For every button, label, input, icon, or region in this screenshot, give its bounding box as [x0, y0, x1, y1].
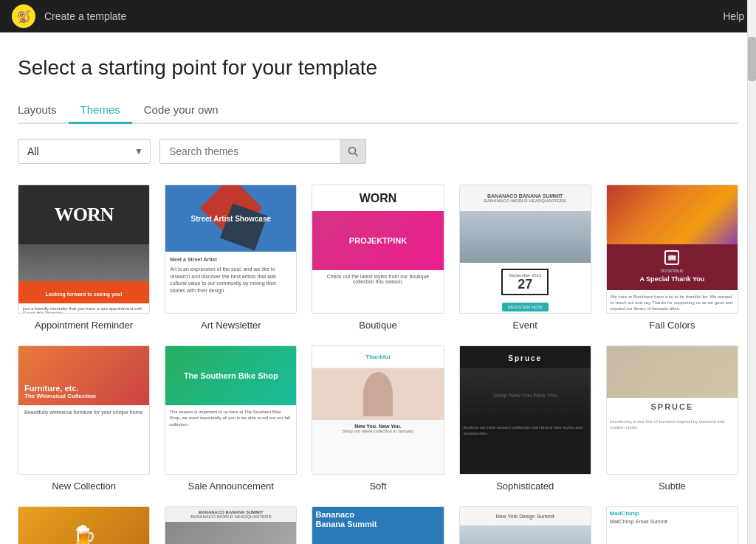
nc-body: Beautifully whimsical furniture for your…: [18, 405, 149, 420]
nyds-image: [460, 526, 591, 544]
template-name-soph: Sophisticated: [496, 481, 554, 492]
event-date-number: 27: [509, 278, 541, 291]
template-preview-sale: The Southern Bike Shop This season is im…: [165, 345, 297, 475]
soph-header: Spruce: [460, 346, 591, 369]
soft-body: New You. New You. Shop our latest collec…: [312, 420, 443, 437]
mc-brand: MailChimp: [610, 510, 735, 517]
nc-brand: Furniture, etc. The Whimsical Collection: [24, 384, 96, 399]
soph-body: Explore our new season collection with b…: [460, 421, 591, 441]
template-card-art[interactable]: Street Artist Showcase Meet a Street Art…: [165, 185, 297, 331]
template-name-subtle: Subtle: [659, 481, 686, 492]
bs-header: BANANACO BANANA SUMMITBANANACO WORLD HEA…: [165, 507, 296, 522]
top-nav: 🐒 Create a template Help: [0, 0, 756, 32]
mailchimp-logo[interactable]: 🐒: [12, 4, 35, 28]
bout-product-name: PROJEKTPINK: [349, 236, 407, 245]
nc-image-top: Furniture, etc. The Whimsical Collection: [18, 346, 149, 405]
nav-title: Create a template: [44, 10, 126, 22]
art-title: Street Artist Showcase: [191, 215, 272, 223]
fall-brand-name: bookhaus: [613, 268, 732, 273]
template-grid: WORN Looking forward to seeing you! just…: [18, 185, 738, 492]
event-header-text: BANANACO BANANA SUMMIT BANANACO WORLD HE…: [484, 193, 566, 203]
search-input[interactable]: [159, 139, 366, 164]
bout-image: PROJEKTPINK: [312, 211, 443, 270]
event-date-area: September 2013 27: [460, 263, 591, 301]
nyds-header: New York Design Summit: [460, 507, 591, 526]
filter-row: All Basic Business Holiday Seasonal ▼: [18, 139, 738, 164]
bout-body: Check out the latest styles from our bou…: [312, 270, 443, 288]
template-card-soph[interactable]: Spruce Shop New You New You Explore our …: [459, 345, 591, 492]
template-card-subtle[interactable]: SPRUCE Introducing a new line of furnitu…: [606, 345, 738, 492]
art-subtitle: Meet a Street Artist: [170, 256, 292, 264]
template-name-art: Art Newsletter: [201, 320, 261, 331]
template-preview-art: Street Artist Showcase Meet a Street Art…: [165, 185, 297, 314]
template-name-boutique: Boutique: [359, 320, 396, 331]
appt-tagline: Looking forward to seeing you!: [45, 292, 122, 297]
template-card-boutique[interactable]: WORN PROJEKTPINK Check out the latest st…: [312, 185, 444, 331]
fall-title-text: A Special Thank You: [613, 275, 732, 284]
b2-title: Bananaco Banana Summit: [312, 507, 443, 532]
soph-image: Shop New You New You: [460, 369, 591, 421]
help-link[interactable]: Help: [723, 10, 744, 22]
template-card-banana1[interactable]: BANANACO BANANA SUMMITBANANACO WORLD HEA…: [165, 506, 297, 544]
subtle-card: SPRUCE: [607, 398, 738, 416]
beer-icon: 🍺: [71, 524, 97, 545]
search-wrapper: [159, 139, 366, 164]
search-button[interactable]: [340, 139, 366, 164]
appt-logo-text: WORN: [55, 204, 114, 226]
fall-brand-logo: 📖: [664, 250, 679, 265]
template-preview-boutique: WORN PROJEKTPINK Check out the latest st…: [312, 185, 444, 314]
template-preview-banana2: Bananaco Banana Summit: [312, 506, 444, 544]
sale-body: This season is important to us here at T…: [165, 405, 296, 431]
art-body: Meet a Street Artist Art is an expressio…: [165, 252, 296, 299]
tab-code-your-own[interactable]: Code your own: [132, 97, 230, 124]
bout-header: WORN: [312, 185, 443, 211]
nav-left: 🐒 Create a template: [12, 4, 126, 28]
art-text: Art is an expression of the soul, and we…: [170, 266, 292, 295]
art-header: Street Artist Showcase: [165, 185, 296, 252]
template-card-appointment[interactable]: WORN Looking forward to seeing you! just…: [18, 185, 150, 331]
category-select-wrapper: All Basic Business Holiday Seasonal ▼: [18, 139, 151, 164]
appt-banner: Looking forward to seeing you!: [18, 281, 149, 303]
template-name-newcoll: New Collection: [52, 481, 116, 492]
template-card-newcoll[interactable]: Furniture, etc. The Whimsical Collection…: [18, 345, 150, 492]
category-select[interactable]: All Basic Business Holiday Seasonal: [18, 139, 151, 164]
soft-header: Thankful: [312, 346, 443, 368]
event-top: BANANACO BANANA SUMMIT BANANACO WORLD HE…: [460, 185, 591, 211]
template-card-mc[interactable]: MailChimp MailChimp Email Summit: [606, 506, 738, 544]
template-card-beer[interactable]: 🍺: [18, 506, 150, 544]
template-card-event[interactable]: BANANACO BANANA SUMMIT BANANACO WORLD HE…: [459, 185, 591, 331]
search-icon: [348, 146, 358, 156]
template-preview-appointment: WORN Looking forward to seeing you! just…: [18, 185, 150, 314]
template-preview-fall: 📖 bookhaus A Special Thank You We here a…: [606, 185, 738, 314]
template-preview-newcoll: Furniture, etc. The Whimsical Collection…: [18, 345, 150, 475]
template-card-nyds[interactable]: New York Design Summit: [459, 506, 591, 544]
bs-image: [165, 522, 296, 544]
main-content: Select a starting point for your templat…: [0, 32, 756, 544]
template-name-sale: Sale Announcement: [188, 481, 274, 492]
template-preview-soph: Spruce Shop New You New You Explore our …: [459, 345, 591, 475]
template-name-fall: Fall Colors: [649, 320, 695, 331]
bout-logo-text: WORN: [360, 192, 397, 205]
template-name-event: Event: [513, 320, 537, 331]
template-preview-subtle: SPRUCE Introducing a new line of furnitu…: [606, 345, 738, 475]
event-register-btn: REGISTER NOW: [502, 303, 549, 311]
tab-layouts[interactable]: Layouts: [18, 97, 69, 124]
subtle-body: Introducing a new line of furniture insp…: [607, 416, 738, 434]
template-card-soft[interactable]: Thankful New You. New You. Shop our late…: [312, 345, 444, 492]
event-date-box: September 2013 27: [501, 269, 549, 295]
fall-body-text: We here at Bookhaus have a lot to be tha…: [607, 290, 738, 314]
tab-themes[interactable]: Themes: [69, 97, 132, 124]
sale-image-top: The Southern Bike Shop: [165, 346, 296, 405]
template-card-fall[interactable]: 📖 bookhaus A Special Thank You We here a…: [606, 185, 738, 331]
scrollbar[interactable]: [747, 0, 756, 544]
template-preview-event: BANANACO BANANA SUMMIT BANANACO WORLD HE…: [459, 185, 591, 314]
fall-card: 📖 bookhaus A Special Thank You: [607, 244, 738, 290]
soft-image: [312, 368, 443, 420]
template-card-banana2[interactable]: Bananaco Banana Summit: [312, 506, 444, 544]
soft-model-silhouette: [363, 372, 393, 416]
sale-title: The Southern Bike Shop: [178, 371, 284, 380]
soph-subline: Shop New You New You: [493, 392, 557, 399]
template-preview-nyds: New York Design Summit: [459, 506, 591, 544]
template-card-sale[interactable]: The Southern Bike Shop This season is im…: [165, 345, 297, 492]
scrollbar-thumb[interactable]: [748, 37, 756, 81]
